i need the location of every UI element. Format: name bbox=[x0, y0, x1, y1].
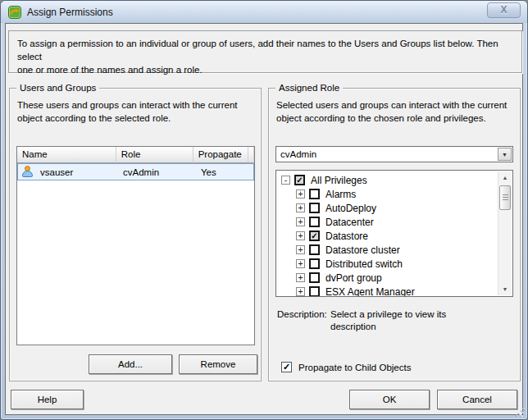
propagate-label: Propagate to Child Objects bbox=[298, 363, 411, 372]
scroll-up-icon[interactable]: ▲ bbox=[498, 171, 512, 184]
expand-icon[interactable]: + bbox=[296, 231, 305, 240]
assigned-role-desc-line2: object according to the chosen role and … bbox=[276, 113, 486, 123]
close-icon[interactable]: X bbox=[487, 2, 521, 18]
privileges-tree-rows: -✓All Privileges+Alarms+AutoDeploy+Datac… bbox=[276, 173, 512, 297]
privilege-label: Datastore cluster bbox=[325, 244, 400, 256]
assign-permissions-dialog: Assign Permissions X To assign a permiss… bbox=[0, 0, 528, 420]
expand-icon[interactable]: + bbox=[296, 203, 305, 212]
privilege-description: Description: Select a privilege to view … bbox=[277, 308, 446, 333]
privilege-item[interactable]: +Distributed switch bbox=[276, 257, 512, 271]
privilege-checkbox[interactable] bbox=[309, 258, 320, 269]
window-title: Assign Permissions bbox=[27, 7, 113, 18]
privilege-checkbox[interactable] bbox=[309, 272, 320, 283]
scrollbar-grip bbox=[503, 194, 508, 201]
collapse-icon[interactable]: - bbox=[281, 176, 290, 185]
scroll-down-icon[interactable]: ▼ bbox=[498, 283, 512, 295]
assigned-role-desc-line1: Selected users and groups can interact w… bbox=[276, 100, 507, 110]
privilege-label: dvPort group bbox=[325, 272, 382, 284]
users-table-header: Name Role Propagate bbox=[17, 147, 254, 163]
privilege-checkbox[interactable] bbox=[309, 286, 320, 297]
privilege-item[interactable]: +Datacenter bbox=[276, 215, 512, 229]
privilege-label: Distributed switch bbox=[325, 258, 403, 270]
privileges-tree: -✓All Privileges+Alarms+AutoDeploy+Datac… bbox=[275, 170, 513, 297]
user-name: vsauser bbox=[40, 167, 73, 177]
column-header-role[interactable]: Role bbox=[116, 147, 193, 163]
propagate-row: ✓ Propagate to Child Objects bbox=[281, 362, 411, 372]
description-text: Select a privilege to view its descripti… bbox=[330, 308, 446, 333]
user-icon bbox=[22, 166, 33, 178]
help-button[interactable]: Help bbox=[11, 390, 84, 409]
users-groups-desc-line2: object according to the selected role. bbox=[17, 113, 171, 123]
ok-button[interactable]: OK bbox=[349, 390, 430, 409]
privilege-checkbox[interactable]: ✓ bbox=[309, 231, 320, 241]
users-table: Name Role Propagate vsausercvAdminYes bbox=[16, 146, 255, 345]
cell-propagate: Yes bbox=[196, 167, 252, 177]
title-bar[interactable]: Assign Permissions X bbox=[1, 1, 527, 23]
table-row[interactable]: vsausercvAdminYes bbox=[17, 163, 254, 180]
privilege-item[interactable]: +Datastore cluster bbox=[276, 243, 512, 257]
remove-button[interactable]: Remove bbox=[179, 354, 257, 374]
privilege-label: AutoDeploy bbox=[325, 203, 376, 214]
role-select[interactable]: cvAdmin ▼ bbox=[275, 146, 513, 162]
vsphere-app-icon bbox=[8, 6, 21, 19]
privilege-item[interactable]: +Alarms bbox=[276, 187, 512, 201]
users-groups-desc-line1: These users and groups can interact with… bbox=[17, 100, 237, 110]
privilege-item[interactable]: -✓All Privileges bbox=[276, 173, 512, 187]
column-header-filler bbox=[248, 147, 254, 163]
privilege-checkbox[interactable] bbox=[309, 244, 320, 255]
cancel-button[interactable]: Cancel bbox=[437, 390, 517, 409]
expand-icon[interactable]: + bbox=[296, 273, 305, 282]
users-groups-description: These users and groups can interact with… bbox=[10, 89, 261, 125]
expand-icon[interactable]: + bbox=[296, 245, 305, 254]
privilege-label: Datacenter bbox=[325, 217, 374, 228]
cell-role: cvAdmin bbox=[118, 167, 196, 177]
assigned-role-groupbox: Assigned Role Selected users and groups … bbox=[268, 88, 521, 381]
privilege-item[interactable]: +dvPort group bbox=[276, 271, 512, 285]
chevron-down-icon[interactable]: ▼ bbox=[498, 148, 512, 161]
description-line1: Select a privilege to view its bbox=[330, 309, 446, 319]
expand-icon[interactable]: + bbox=[296, 287, 305, 296]
privilege-label: Datastore bbox=[325, 231, 368, 242]
privilege-label: All Privileges bbox=[311, 175, 367, 186]
privilege-label: ESX Agent Manager bbox=[325, 286, 415, 298]
cell-name: vsauser bbox=[18, 166, 118, 178]
instruction-panel: To assign a permission to an individual … bbox=[8, 30, 522, 73]
description-label: Description: bbox=[277, 308, 330, 333]
privilege-item[interactable]: +✓Datastore bbox=[276, 229, 512, 243]
assigned-role-description: Selected users and groups can interact w… bbox=[269, 89, 520, 125]
column-header-name[interactable]: Name bbox=[17, 147, 116, 163]
users-groups-legend: Users and Groups bbox=[16, 83, 99, 93]
privilege-checkbox[interactable] bbox=[309, 189, 320, 199]
privilege-item[interactable]: +ESX Agent Manager bbox=[276, 285, 512, 297]
tree-scrollbar[interactable]: ▲ ▼ bbox=[498, 171, 512, 295]
users-groups-groupbox: Users and Groups These users and groups … bbox=[9, 88, 262, 381]
role-select-value: cvAdmin bbox=[280, 149, 316, 159]
privilege-checkbox[interactable] bbox=[309, 217, 320, 227]
instruction-line1: To assign a permission to an individual … bbox=[17, 39, 498, 62]
user-icon-body bbox=[22, 171, 33, 177]
users-table-rows: vsausercvAdminYes bbox=[17, 163, 254, 180]
add-button[interactable]: Add... bbox=[89, 354, 172, 374]
description-line2: description bbox=[330, 322, 376, 331]
scrollbar-thumb[interactable] bbox=[499, 185, 511, 210]
privilege-item[interactable]: +AutoDeploy bbox=[276, 201, 512, 215]
expand-icon[interactable]: + bbox=[296, 259, 305, 268]
privilege-checkbox[interactable]: ✓ bbox=[294, 175, 305, 185]
propagate-checkbox[interactable]: ✓ bbox=[281, 362, 292, 372]
instruction-line2: one or more of the names and assign a ro… bbox=[17, 65, 203, 75]
column-header-propagate[interactable]: Propagate bbox=[193, 147, 248, 163]
privilege-checkbox[interactable] bbox=[309, 203, 320, 213]
assigned-role-legend: Assigned Role bbox=[275, 83, 343, 93]
privilege-label: Alarms bbox=[325, 189, 356, 200]
expand-icon[interactable]: + bbox=[296, 189, 305, 199]
dialog-body: To assign a permission to an individual … bbox=[5, 23, 523, 415]
expand-icon[interactable]: + bbox=[296, 217, 305, 226]
